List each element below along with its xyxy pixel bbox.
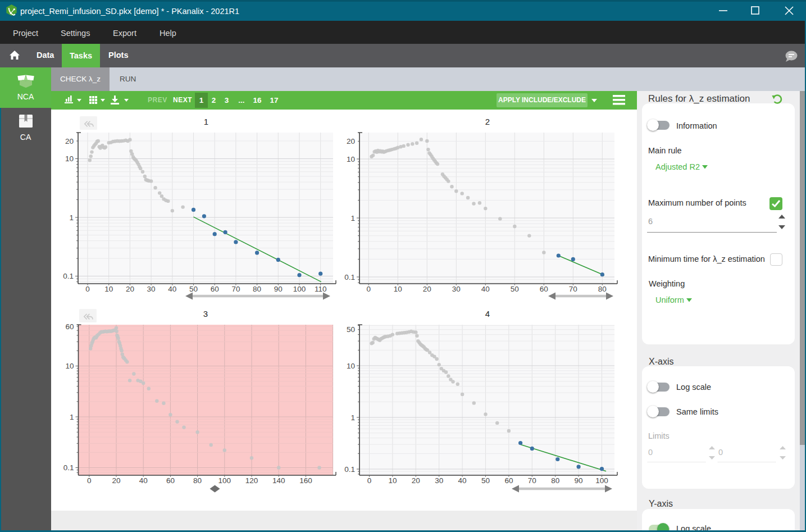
svg-text:20: 20 bbox=[126, 285, 134, 293]
svg-text:40: 40 bbox=[458, 476, 467, 485]
svg-text:30: 30 bbox=[435, 476, 443, 485]
svg-text:2: 2 bbox=[485, 117, 490, 126]
svg-text:60: 60 bbox=[166, 476, 175, 485]
svg-text:40: 40 bbox=[481, 285, 490, 293]
svg-text:0: 0 bbox=[85, 285, 90, 293]
svg-text:1: 1 bbox=[350, 214, 355, 222]
svg-text:10: 10 bbox=[104, 285, 113, 293]
svg-text:4: 4 bbox=[485, 309, 490, 319]
svg-text:10: 10 bbox=[394, 285, 402, 293]
svg-text:140: 140 bbox=[272, 476, 285, 485]
svg-text:0.1: 0.1 bbox=[63, 463, 74, 472]
svg-text:60: 60 bbox=[65, 322, 74, 331]
svg-text:70: 70 bbox=[569, 285, 577, 293]
svg-text:0: 0 bbox=[367, 285, 371, 293]
svg-text:1: 1 bbox=[350, 413, 355, 422]
svg-text:0.1: 0.1 bbox=[63, 272, 74, 280]
svg-text:90: 90 bbox=[575, 476, 583, 485]
svg-text:100: 100 bbox=[218, 476, 231, 485]
svg-text:40: 40 bbox=[168, 285, 176, 293]
svg-text:80: 80 bbox=[551, 476, 559, 485]
svg-text:80: 80 bbox=[253, 285, 261, 293]
svg-text:10: 10 bbox=[65, 362, 74, 370]
svg-text:10: 10 bbox=[347, 362, 355, 370]
svg-text:110: 110 bbox=[315, 285, 327, 293]
svg-text:70: 70 bbox=[528, 476, 536, 485]
svg-text:80: 80 bbox=[193, 476, 202, 485]
svg-text:100: 100 bbox=[293, 285, 306, 293]
svg-text:0: 0 bbox=[87, 476, 92, 485]
svg-text:50: 50 bbox=[347, 325, 355, 334]
svg-text:160: 160 bbox=[299, 476, 312, 485]
svg-text:50: 50 bbox=[481, 476, 490, 485]
svg-text:60: 60 bbox=[211, 285, 219, 293]
svg-text:70: 70 bbox=[231, 285, 240, 293]
svg-text:80: 80 bbox=[598, 285, 607, 293]
svg-text:30: 30 bbox=[452, 285, 461, 293]
svg-text:20: 20 bbox=[112, 476, 120, 485]
svg-text:1: 1 bbox=[69, 213, 74, 222]
svg-text:40: 40 bbox=[139, 476, 148, 485]
svg-text:60: 60 bbox=[504, 476, 513, 485]
svg-text:0.1: 0.1 bbox=[344, 273, 355, 281]
svg-text:0: 0 bbox=[367, 476, 372, 485]
svg-text:90: 90 bbox=[274, 285, 283, 293]
svg-text:3: 3 bbox=[203, 309, 208, 319]
svg-text:60: 60 bbox=[540, 285, 548, 293]
svg-text:1: 1 bbox=[204, 117, 208, 126]
svg-text:100: 100 bbox=[595, 476, 608, 485]
svg-text:10: 10 bbox=[388, 476, 397, 485]
svg-text:10: 10 bbox=[65, 154, 74, 163]
svg-text:0.1: 0.1 bbox=[344, 465, 355, 474]
svg-text:50: 50 bbox=[189, 285, 198, 293]
svg-text:20: 20 bbox=[65, 137, 74, 145]
svg-text:120: 120 bbox=[245, 476, 258, 485]
svg-text:20: 20 bbox=[347, 137, 355, 145]
svg-text:20: 20 bbox=[423, 285, 431, 293]
svg-text:1: 1 bbox=[70, 413, 74, 421]
svg-text:10: 10 bbox=[347, 155, 355, 163]
svg-text:50: 50 bbox=[511, 285, 519, 293]
svg-text:20: 20 bbox=[412, 476, 420, 485]
svg-text:30: 30 bbox=[147, 285, 156, 293]
